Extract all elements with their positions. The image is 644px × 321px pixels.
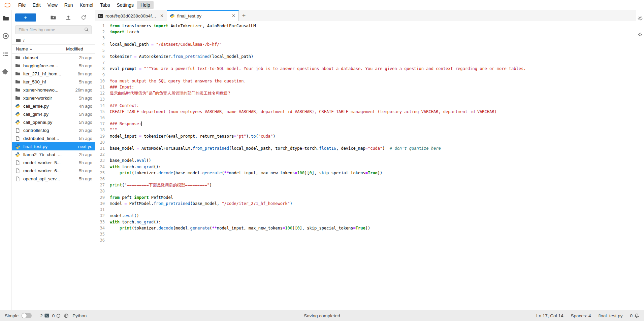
code-line[interactable]: 15CREATE TABLE department (num_employees… (95, 109, 636, 115)
file-row[interactable]: controller.log2h ago (12, 126, 95, 134)
menu-run[interactable]: Run (61, 1, 76, 9)
new-folder-icon[interactable] (50, 14, 56, 21)
kernels-status[interactable]: 0 (52, 313, 61, 318)
column-modified[interactable]: Modified (66, 46, 92, 51)
file-row[interactable]: xtuner-workdir5h ago (12, 94, 95, 102)
code-line[interactable]: 1from transformers import AutoTokenizer,… (95, 23, 636, 29)
debugger-icon[interactable] (637, 31, 643, 37)
code-line[interactable]: 23base_model.eval() (95, 157, 636, 164)
code-line[interactable]: 26 (95, 176, 636, 182)
code-line[interactable]: 35 (95, 231, 636, 237)
code-line[interactable]: 22 (95, 151, 636, 157)
file-row[interactable]: model_worker_5...5h ago (12, 158, 95, 167)
file-browser-icon[interactable] (2, 15, 9, 22)
code-line[interactable]: 32model.eval() (95, 213, 636, 219)
code-text: import torch (106, 29, 139, 35)
file-row[interactable]: huggingface-ca...5h ago (12, 62, 95, 70)
code-line[interactable]: 10You must output the SQL query that ans… (95, 78, 636, 84)
file-row[interactable]: model_worker_6...5h ago (12, 167, 95, 175)
code-line[interactable]: 25 print(tokenizer.decode(base_model.gen… (95, 170, 636, 176)
code-line[interactable]: 21base_model = AutoModelForCausalLM.from… (95, 145, 636, 151)
file-row[interactable]: call_ernie.py4h ago (12, 102, 95, 110)
menu-tabs[interactable]: Tabs (97, 1, 114, 9)
code-line[interactable]: 3 (95, 35, 636, 41)
close-icon[interactable]: × (160, 13, 164, 19)
file-row[interactable]: openai_api_serv...5h ago (12, 175, 95, 183)
code-line[interactable]: 12显示由临时代理值为“是”的负责人所管理的部门的员工姓名和数目? (95, 90, 636, 96)
code-line[interactable]: 27print("=========下面是微调后的模型=========") (95, 182, 636, 188)
table-of-contents-icon[interactable] (2, 50, 9, 57)
code-line[interactable]: 24with torch.no_grad(): (95, 164, 636, 170)
tab-final-test[interactable]: final_test.py × (167, 10, 239, 21)
code-line[interactable]: 11### Input: (95, 84, 636, 90)
code-line[interactable]: 9 (95, 72, 636, 78)
menu-settings[interactable]: Settings (114, 1, 137, 9)
code-line[interactable]: 6tokenizer = AutoTokenizer.from_pretrain… (95, 54, 636, 60)
status-bar-left: Simple 2 0 Python (5, 313, 87, 318)
file-modified: 4h ago (66, 104, 92, 109)
cursor-position[interactable]: Ln 17, Col 14 (536, 313, 563, 318)
language-mode[interactable]: Python (72, 313, 87, 318)
menu-edit[interactable]: Edit (29, 1, 44, 9)
running-sessions-icon[interactable] (2, 33, 9, 39)
notifications[interactable]: 0 (630, 313, 639, 318)
folder-icon (15, 87, 21, 93)
file-row[interactable]: call_glm4.py5h ago (12, 110, 95, 118)
code-line[interactable]: 31 (95, 207, 636, 213)
line-number: 12 (95, 90, 106, 96)
tab-terminal[interactable]: root@q83d0238c80b4faea × (95, 10, 167, 21)
code-line[interactable]: 34 print(tokenizer.decode(model.generate… (95, 225, 636, 231)
close-icon[interactable]: × (231, 13, 236, 19)
language-server-globe-icon[interactable] (64, 313, 69, 318)
code-line[interactable]: 18""" (95, 127, 636, 133)
code-line[interactable]: 30model = PeftModel.from_pretrained(base… (95, 201, 636, 207)
code-line[interactable]: 17### Response: (95, 121, 636, 127)
upload-icon[interactable] (65, 14, 71, 21)
file-row[interactable]: dataset2h ago (12, 54, 95, 62)
breadcrumb-root[interactable]: / (23, 38, 25, 43)
code-line[interactable]: 36 (95, 237, 636, 243)
file-row[interactable]: distributed_finet...5h ago (12, 134, 95, 142)
menu-view[interactable]: View (44, 1, 61, 9)
terminal-status-icon (44, 313, 49, 318)
file-row[interactable]: iter_271_hf_hom...8m ago (12, 70, 95, 78)
new-tab-button[interactable]: + (239, 10, 249, 21)
file-row[interactable]: iter_500_hf5h ago (12, 78, 95, 86)
code-line[interactable]: 2import torch (95, 29, 636, 35)
code-line[interactable]: 13 (95, 96, 636, 102)
filter-files-input[interactable] (15, 25, 92, 34)
file-modified: 5h ago (66, 63, 92, 68)
extensions-icon[interactable] (2, 68, 9, 75)
code-line[interactable]: 33with torch.no_grad(): (95, 219, 636, 225)
indent-setting[interactable]: Spaces: 4 (571, 313, 591, 318)
code-line[interactable]: 8eval_prompt = """You are a powerful tex… (95, 66, 636, 72)
terminal-icon (98, 13, 103, 19)
new-launcher-button[interactable]: + (15, 13, 36, 22)
code-line[interactable]: 28 (95, 188, 636, 194)
menu-kernel[interactable]: Kernel (76, 1, 96, 9)
menu-file[interactable]: File (15, 1, 29, 9)
simple-mode-toggle[interactable] (22, 313, 32, 318)
code-text: ### Context: (106, 103, 139, 109)
code-line[interactable]: 14### Context: (95, 103, 636, 109)
code-line[interactable]: 4local_model_path = "/dataset/CodeLlama-… (95, 41, 636, 47)
file-name: model_worker_6... (23, 168, 66, 173)
code-editor[interactable]: 1from transformers import AutoTokenizer,… (95, 21, 636, 310)
code-line[interactable]: 20 (95, 139, 636, 145)
code-line[interactable]: 7 (95, 60, 636, 66)
line-number: 6 (95, 54, 106, 60)
file-row[interactable]: xtuner-homewo...26m ago (12, 86, 95, 94)
home-folder-icon[interactable] (16, 38, 21, 43)
refresh-icon[interactable] (80, 14, 87, 21)
file-row[interactable]: final_test.pynext yr. (12, 142, 95, 150)
terminals-status[interactable]: 2 (40, 313, 49, 318)
property-inspector-icon[interactable] (637, 15, 643, 21)
code-line[interactable]: 5 (95, 47, 636, 54)
code-line[interactable]: 16 (95, 115, 636, 121)
column-name[interactable]: Name ▲ (16, 46, 66, 51)
code-line[interactable]: 29from peft import PeftModel (95, 194, 636, 201)
file-row[interactable]: call_openai.py5h ago (12, 118, 95, 126)
code-line[interactable]: 19model_input = tokenizer(eval_prompt, r… (95, 133, 636, 139)
menu-help[interactable]: Help (137, 1, 154, 9)
file-row[interactable]: llama2_7b_chat_...2h ago (12, 150, 95, 158)
